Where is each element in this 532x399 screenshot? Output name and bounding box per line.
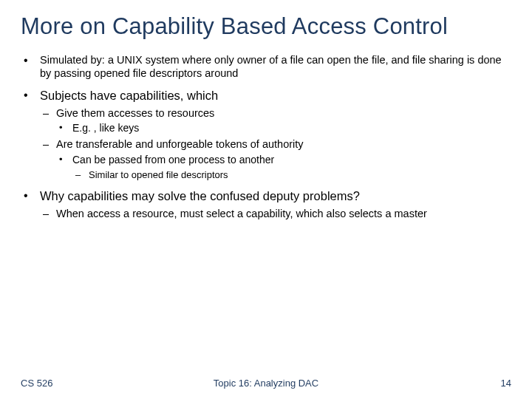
bullet-text: Simulated by: a UNIX system where only o… [40,54,502,80]
bullet-text: Can be passed from one process to anothe… [72,154,274,166]
list-item: Can be passed from one process to anothe… [56,154,511,182]
list-item: E.g. , like keys [56,122,511,135]
slide-title: More on Capability Based Access Control [21,13,511,40]
list-item: Give them accesses to resources E.g. , l… [40,106,511,135]
slide-footer: CS 526 Topic 16: Analyzing DAC 14 [0,378,532,389]
bullet-text: Similar to opened file descriptors [89,169,228,180]
bullet-text: Subjects have capabilities, which [40,89,218,102]
bullet-text: Why capabilities may solve the confused … [40,189,360,202]
footer-topic: Topic 16: Analyzing DAC [0,378,532,389]
footer-page-number: 14 [501,378,511,389]
bullet-text: When access a resource, must select a ca… [56,208,427,219]
sub-list: Can be passed from one process to anothe… [56,154,511,182]
bullet-list: Simulated by: a UNIX system where only o… [21,53,511,221]
bullet-text: Give them accesses to resources [56,107,214,119]
list-item: Similar to opened file descriptors [72,169,511,182]
sub-list: E.g. , like keys [56,122,511,135]
sub-list: Similar to opened file descriptors [72,169,511,182]
list-item: Are transferable and unforgeable tokens … [40,137,511,181]
footer-course: CS 526 [21,378,52,389]
list-item: Why capabilities may solve the confused … [21,188,511,221]
sub-list: When access a resource, must select a ca… [40,207,511,221]
list-item: Simulated by: a UNIX system where only o… [21,53,511,81]
bullet-text: E.g. , like keys [72,122,139,134]
list-item: When access a resource, must select a ca… [40,207,511,221]
sub-list: Give them accesses to resources E.g. , l… [40,106,511,182]
list-item: Subjects have capabilities, which Give t… [21,88,511,182]
bullet-text: Are transferable and unforgeable tokens … [56,138,304,150]
